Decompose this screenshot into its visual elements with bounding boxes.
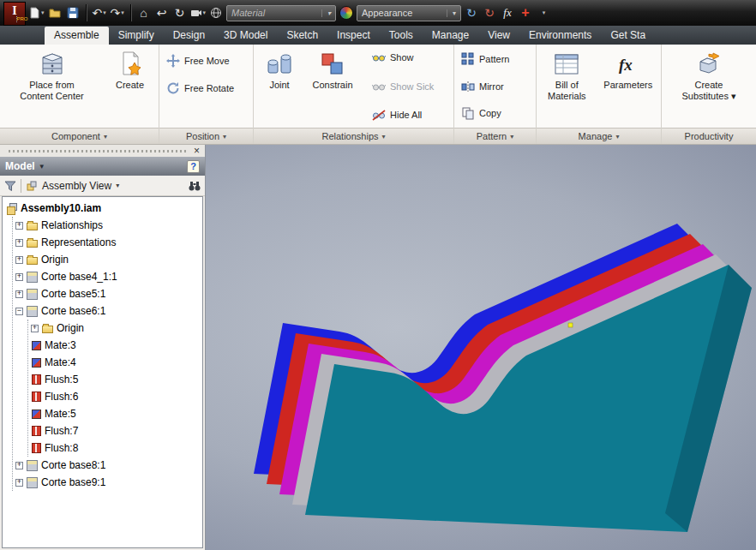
- clear-appearance-button[interactable]: ↻: [482, 3, 497, 22]
- expand-icon[interactable]: +: [15, 222, 23, 230]
- browser-title: Model: [5, 160, 35, 172]
- free-rotate-button[interactable]: Free Rotate: [163, 79, 249, 98]
- component-panel-expander[interactable]: Component ▾: [0, 128, 159, 144]
- appearance-select[interactable]: Appearance ▾: [357, 5, 461, 21]
- viewport[interactable]: [206, 145, 756, 550]
- expand-icon[interactable]: +: [31, 325, 39, 332]
- tab-simplify[interactable]: Simplify: [109, 27, 164, 45]
- toolbar-overflow-button[interactable]: ▾: [536, 3, 551, 22]
- tree-item-corte-base6[interactable]: − Corte base6:1: [13, 302, 202, 320]
- camera-view-button[interactable]: ▾: [190, 3, 207, 22]
- return-button[interactable]: ↩: [154, 3, 170, 22]
- parameters-quick-button[interactable]: fx: [500, 3, 515, 22]
- undo-button[interactable]: ↶ ▾: [92, 3, 107, 22]
- new-file-button[interactable]: ▾: [28, 3, 45, 22]
- expand-icon[interactable]: +: [15, 290, 23, 298]
- inventor-logo[interactable]: I PRO: [3, 2, 26, 26]
- update-button[interactable]: ↻: [172, 3, 188, 22]
- mirror-button[interactable]: Mirror: [458, 77, 532, 96]
- hide-all-button[interactable]: Hide All: [369, 105, 437, 124]
- expand-icon[interactable]: +: [15, 256, 23, 264]
- productivity-panel-expander[interactable]: Productivity: [662, 128, 756, 144]
- bill-of-materials-button[interactable]: Bill of Materials: [540, 47, 594, 125]
- tree-item-corte-base9[interactable]: + Corte base9:1: [13, 474, 202, 491]
- search-binoculars-icon[interactable]: [189, 180, 201, 192]
- new-file-icon: [28, 7, 40, 19]
- copy-button[interactable]: Copy: [458, 104, 532, 123]
- open-button[interactable]: [47, 3, 63, 22]
- manage-panel-expander[interactable]: Manage ▾: [537, 128, 661, 144]
- open-folder-icon: [49, 7, 61, 19]
- show-sick-icon: [372, 80, 386, 93]
- view-mode-select[interactable]: Assembly View: [42, 180, 111, 192]
- adjust-appearance-button[interactable]: ↻: [464, 3, 479, 22]
- free-move-icon: [166, 54, 180, 68]
- tree-item-root[interactable]: Assembly10.iam: [4, 200, 202, 217]
- constrain-button[interactable]: Constrain: [305, 47, 360, 125]
- collapse-icon[interactable]: −: [15, 308, 23, 315]
- free-move-button[interactable]: Free Move: [163, 51, 249, 70]
- help-button[interactable]: ?: [187, 160, 200, 173]
- show-sick-button[interactable]: Show Sick: [369, 77, 437, 96]
- parameters-button[interactable]: fx Parameters: [599, 47, 657, 125]
- tab-view[interactable]: View: [478, 27, 519, 45]
- expand-icon[interactable]: +: [15, 273, 23, 281]
- tree-item-mate-3[interactable]: Mate:3: [28, 337, 202, 354]
- material-select[interactable]: Material ▾: [226, 5, 336, 21]
- copy-icon: [461, 106, 475, 120]
- tab-environments[interactable]: Environments: [519, 27, 601, 45]
- redo-icon: ↷: [110, 7, 120, 19]
- expand-icon[interactable]: +: [15, 239, 23, 247]
- filter-icon[interactable]: [4, 180, 16, 192]
- part-icon: [27, 272, 38, 283]
- tree-item-representations[interactable]: + Representations: [13, 234, 202, 251]
- chevron-down-icon: ▾: [615, 133, 619, 140]
- tree-item-flush-6[interactable]: Flush:6: [28, 388, 202, 405]
- position-panel-expander[interactable]: Position ▾: [159, 128, 253, 144]
- tree-item-origin-sub[interactable]: + Origin: [28, 320, 202, 337]
- show-constraints-button[interactable]: Show: [369, 48, 437, 67]
- joint-button[interactable]: Joint: [257, 47, 302, 125]
- relationships-panel-expander[interactable]: Relationships ▾: [254, 128, 453, 144]
- tab-inspect[interactable]: Inspect: [327, 27, 380, 45]
- tree-item-corte-base4[interactable]: + Corte base4_1:1: [13, 268, 202, 285]
- tree-item-corte-base8[interactable]: + Corte base8:1: [13, 457, 202, 474]
- browser-dock-bar[interactable]: ×: [0, 145, 205, 157]
- close-icon[interactable]: ×: [192, 146, 201, 156]
- tree-item-mate-4[interactable]: Mate:4: [28, 354, 202, 371]
- tree-item-origin[interactable]: + Origin: [13, 251, 202, 268]
- material-swatch-button[interactable]: [339, 3, 354, 22]
- tab-sketch[interactable]: Sketch: [277, 27, 327, 45]
- add-to-toolbar-button[interactable]: +: [518, 3, 533, 22]
- tab-3d-model[interactable]: 3D Model: [214, 27, 277, 45]
- save-icon: [67, 7, 79, 19]
- save-button[interactable]: [65, 3, 81, 22]
- tab-design[interactable]: Design: [164, 27, 214, 45]
- tree-item-corte-base5[interactable]: + Corte base5:1: [13, 285, 202, 302]
- expand-icon[interactable]: +: [15, 479, 23, 487]
- browser-title-bar[interactable]: Model ▼ ?: [0, 157, 205, 176]
- tab-assemble[interactable]: Assemble: [45, 27, 109, 45]
- tab-manage[interactable]: Manage: [423, 27, 478, 45]
- redo-button[interactable]: ↷ ▾: [110, 3, 125, 22]
- tab-tools[interactable]: Tools: [380, 27, 423, 45]
- expand-icon[interactable]: +: [15, 462, 23, 469]
- pattern-button[interactable]: Pattern: [458, 50, 532, 69]
- tree-item-mate-5[interactable]: Mate:5: [28, 405, 202, 422]
- create-component-button[interactable]: Create: [105, 47, 155, 125]
- folder-icon: [27, 240, 38, 248]
- chevron-down-icon: ▾: [321, 9, 331, 17]
- chevron-down-icon[interactable]: ▾: [116, 182, 119, 189]
- pattern-panel-expander[interactable]: Pattern ▾: [454, 128, 536, 144]
- world-button[interactable]: [208, 3, 224, 22]
- tree-item-flush-8[interactable]: Flush:8: [28, 439, 202, 457]
- tree-item-flush-7[interactable]: Flush:7: [28, 422, 202, 439]
- home-button[interactable]: ⌂: [136, 3, 152, 22]
- tree-item-relationships[interactable]: + Relationships: [13, 217, 202, 234]
- tree-item-flush-5[interactable]: Flush:5: [28, 371, 202, 388]
- hide-all-icon: [372, 108, 386, 122]
- create-substitutes-button[interactable]: Create Substitutes ▾: [675, 47, 742, 125]
- tab-get-started[interactable]: Get Sta: [601, 27, 655, 45]
- place-from-content-center-button[interactable]: Place from Content Center: [4, 47, 100, 125]
- pattern-icon: [461, 52, 475, 66]
